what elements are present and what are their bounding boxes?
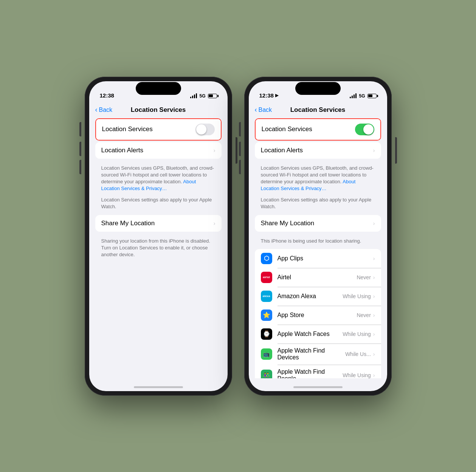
content-off: Location Services Location Alerts › Loca… bbox=[89, 118, 228, 378]
content-on: Location Services Location Alerts › Loca… bbox=[249, 118, 387, 378]
location-alerts-row[interactable]: Location Alerts › bbox=[95, 142, 222, 159]
app-icon: ⌚ bbox=[261, 328, 272, 340]
back-button-2[interactable]: ‹ Back bbox=[255, 106, 272, 114]
dynamic-island bbox=[136, 82, 181, 95]
location-services-toggle-2[interactable] bbox=[355, 124, 374, 135]
location-services-highlight-2: Location Services bbox=[255, 118, 381, 141]
app-icon: ⬡ bbox=[261, 253, 272, 264]
app-name: Apple Watch Find People bbox=[278, 368, 343, 378]
location-alerts-label-2: Location Alerts bbox=[261, 147, 373, 154]
status-icons-2: 5G bbox=[350, 93, 376, 99]
dynamic-island-2 bbox=[295, 82, 341, 95]
app-name: Airtel bbox=[278, 274, 357, 281]
location-services-row-2[interactable]: Location Services bbox=[256, 119, 380, 140]
app-permission: While Us... bbox=[345, 351, 371, 357]
app-icon: alexa bbox=[261, 291, 272, 302]
app-row[interactable]: ⭐App StoreNever› bbox=[255, 306, 381, 325]
app-row[interactable]: 📺Apple Watch Find DevicesWhile Us...› bbox=[255, 344, 381, 365]
chevron-right-icon: › bbox=[373, 351, 375, 357]
app-icon: 📺 bbox=[261, 348, 272, 360]
app-name: Amazon Alexa bbox=[278, 293, 343, 300]
back-chevron-icon: ‹ bbox=[95, 106, 98, 114]
share-location-desc: Sharing your location from this iPhone i… bbox=[95, 235, 222, 263]
app-name: Apple Watch Find Devices bbox=[278, 347, 346, 361]
chevron-right-icon: › bbox=[373, 274, 375, 280]
status-icons: 5G bbox=[190, 93, 217, 99]
location-alerts-card-2: Location Alerts › bbox=[255, 142, 381, 159]
nav-title: Location Services bbox=[131, 106, 186, 114]
app-icon: 👫 bbox=[261, 370, 272, 378]
chevron-right-icon: › bbox=[214, 147, 216, 153]
battery-fill-2 bbox=[368, 94, 372, 97]
network-type: 5G bbox=[199, 93, 205, 99]
app-icon: ⭐ bbox=[261, 310, 272, 321]
screen-off: 12:38 5G ‹ Back Location Ser bbox=[89, 81, 228, 391]
chevron-right-icon: › bbox=[373, 372, 375, 378]
chevron-right-icon: › bbox=[373, 331, 375, 337]
app-permission: Never bbox=[357, 274, 371, 280]
share-location-row-2[interactable]: Share My Location › bbox=[255, 215, 381, 232]
location-alerts-label: Location Alerts bbox=[101, 147, 214, 154]
chevron-right-icon: › bbox=[373, 312, 375, 318]
signal-bars-2 bbox=[350, 93, 357, 98]
chevron-right-icon-3: › bbox=[373, 147, 375, 153]
location-alerts-card: Location Alerts › bbox=[95, 142, 222, 159]
location-arrow-icon: ▶ bbox=[275, 93, 278, 98]
network-type-2: 5G bbox=[359, 93, 365, 99]
share-location-desc-2: This iPhone is being used for location s… bbox=[255, 235, 381, 249]
battery-fill bbox=[209, 94, 213, 97]
home-bar-2 bbox=[293, 386, 343, 388]
nav-bar-2: ‹ Back Location Services bbox=[249, 102, 387, 118]
app-row[interactable]: airtelAirtelNever› bbox=[255, 268, 381, 287]
app-permission: While Using bbox=[343, 372, 371, 378]
location-services-row[interactable]: Location Services bbox=[96, 119, 221, 140]
app-name: Apple Watch Faces bbox=[278, 331, 343, 337]
app-name: App Clips bbox=[278, 255, 371, 262]
back-chevron-icon-2: ‹ bbox=[255, 106, 257, 114]
time: 12:38 bbox=[100, 92, 114, 99]
chevron-right-icon-2: › bbox=[214, 220, 216, 226]
nav-title-2: Location Services bbox=[290, 106, 346, 114]
app-row[interactable]: 👫Apple Watch Find PeopleWhile Using› bbox=[255, 365, 381, 378]
share-location-card: Share My Location › bbox=[95, 215, 222, 232]
app-permission: While Using bbox=[343, 293, 371, 299]
app-name: App Store bbox=[278, 312, 357, 319]
home-indicator-2 bbox=[249, 378, 387, 391]
app-icon: airtel bbox=[261, 272, 272, 283]
location-alerts-row-2[interactable]: Location Alerts › bbox=[255, 142, 381, 159]
location-services-label-2: Location Services bbox=[262, 125, 355, 133]
chevron-right-icon: › bbox=[373, 293, 375, 299]
nav-bar: ‹ Back Location Services bbox=[89, 102, 228, 118]
phone-on: 12:38 ▶ 5G ‹ Back Lo bbox=[244, 77, 392, 396]
apple-watch-desc: Location Services settings also apply to… bbox=[95, 197, 222, 215]
battery-icon-2 bbox=[367, 94, 377, 98]
location-services-toggle[interactable] bbox=[195, 124, 215, 135]
battery-icon bbox=[208, 94, 217, 98]
app-permission: While Using bbox=[343, 331, 371, 337]
share-location-label: Share My Location bbox=[101, 220, 214, 227]
signal-bars bbox=[190, 93, 197, 98]
back-button[interactable]: ‹ Back bbox=[95, 106, 113, 114]
screen-on: 12:38 ▶ 5G ‹ Back Lo bbox=[249, 81, 387, 391]
phone-off: 12:38 5G ‹ Back Location Ser bbox=[85, 77, 232, 396]
location-description-2: Location Services uses GPS, Bluetooth, a… bbox=[255, 162, 381, 197]
back-label-2: Back bbox=[259, 107, 272, 113]
app-list-card: ⬡App Clips›airtelAirtelNever›alexaAmazon… bbox=[255, 249, 381, 378]
back-label: Back bbox=[99, 107, 113, 113]
share-location-row[interactable]: Share My Location › bbox=[95, 215, 222, 232]
location-services-label: Location Services bbox=[102, 125, 195, 133]
home-bar bbox=[134, 386, 183, 388]
location-description: Location Services uses GPS, Bluetooth, a… bbox=[95, 162, 222, 197]
app-row[interactable]: ⬡App Clips› bbox=[255, 249, 381, 268]
chevron-right-icon-4: › bbox=[373, 220, 375, 226]
chevron-right-icon: › bbox=[373, 255, 375, 262]
share-location-card-2: Share My Location › bbox=[255, 215, 381, 232]
time-2: 12:38 ▶ bbox=[259, 92, 278, 99]
toggle-thumb-2 bbox=[363, 124, 374, 135]
location-services-highlight: Location Services bbox=[95, 118, 222, 141]
home-indicator bbox=[89, 378, 228, 391]
app-permission: Never bbox=[357, 312, 371, 318]
app-row[interactable]: alexaAmazon AlexaWhile Using› bbox=[255, 287, 381, 306]
app-row[interactable]: ⌚Apple Watch FacesWhile Using› bbox=[255, 325, 381, 344]
apple-watch-desc-2: Location Services settings also apply to… bbox=[255, 197, 381, 215]
